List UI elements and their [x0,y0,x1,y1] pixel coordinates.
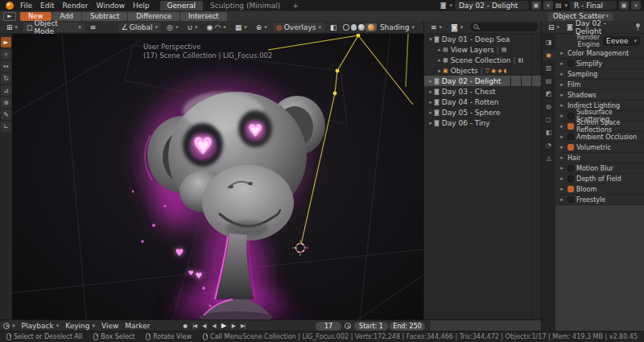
section-screen-space-reflections[interactable]: ▸Screen Space Reflections [555,122,644,132]
segment-intersect[interactable]: Intersect [180,12,227,21]
disclosure-icon[interactable]: ▸ [559,92,565,98]
shading-rendered-button[interactable] [365,23,377,31]
disclosure-icon[interactable]: ▸ [559,60,565,67]
checkbox-ambient-occlusion[interactable] [568,134,574,140]
timeline-menu-keying[interactable]: Keying▾ [65,322,95,330]
checkbox-depth-of-field[interactable] [568,175,574,182]
outliner-row-day-05-sphere[interactable]: ▸◙Day 05 - Sphere [424,107,541,117]
viewport-canvas[interactable]: ♥ ♥ ♥ ♥ ♥ ♥ [12,34,423,319]
mode-dropdown[interactable]: ◻ Object Mode ▾ [23,23,85,32]
measure-tool[interactable]: ∟ [1,122,11,132]
disclosure-icon[interactable]: ▸ [559,134,565,140]
view-layer-tab[interactable]: ▤ [543,76,555,86]
segment-difference[interactable]: Difference [128,12,180,21]
disclosure-icon[interactable]: ▸ [559,165,565,171]
output-tab[interactable]: ▥ [543,63,555,73]
disclosure-icon[interactable]: ▸ [559,144,565,150]
frame-end-field[interactable]: End: 250 [390,322,425,331]
disclosure-icon[interactable]: ▾ [427,36,434,43]
view-layer-name-field[interactable]: R - Final [570,1,617,10]
section-freestyle[interactable]: ▸Freestyle [555,195,644,205]
disclosure-icon[interactable]: ▸ [427,120,434,126]
checkbox-freestyle[interactable] [568,196,574,203]
gizmos-dropdown[interactable]: ⊕ ▾ [253,23,270,32]
disclosure-icon[interactable]: ▸ [436,57,443,64]
orientation-dropdown[interactable]: ∠ Global ▾ [118,23,161,32]
xray-toggle[interactable]: ◧ [327,23,341,32]
checkbox-screen-space-reflections[interactable] [568,123,574,130]
timeline-menu-playback[interactable]: Playback▾ [22,322,60,330]
disclosure-icon[interactable]: ▸ [559,113,565,119]
transform-tool[interactable]: ⊕ [1,97,11,108]
modifiers-tab[interactable]: ◧ [543,127,555,138]
render-engine-dropdown[interactable]: Eevee ▾ [603,36,640,46]
editor-type-button[interactable]: ⊞ ▾ [3,23,21,32]
outliner-row-day-01-deep-sea[interactable]: ▾◙Day 01 - Deep Sea [424,34,541,44]
workspace-tab-sculpting-minimal[interactable]: Sculpting (Minimal) [203,1,287,10]
disclosure-icon[interactable]: ▸ [427,109,434,116]
section-hair[interactable]: ▸Hair [555,153,644,163]
select-box-tool[interactable]: ► [1,37,11,47]
cursor-tool[interactable]: ⊹ [1,49,11,60]
scale-tool[interactable]: ⊿ [1,85,11,96]
disclosure-icon[interactable]: ▸ [559,123,565,130]
rotate-tool[interactable]: ↻ [1,73,11,84]
scene-icon[interactable]: ◙ [440,2,447,9]
proportional-edit-dropdown[interactable]: ◉ ◠ ▾ [204,23,229,32]
section-color-management[interactable]: ▸Color Management [555,48,644,59]
record-button[interactable]: ● [180,321,189,330]
outliner-filter-button[interactable]: ≡ ▾ [427,23,445,32]
outliner-row-day-06-tiny[interactable]: ▸◙Day 06 - Tiny [424,117,541,128]
disclosure-icon[interactable]: ▸ [427,89,434,95]
outliner-row-view-layers[interactable]: ▸▤View Layers|▤ [424,44,541,55]
disclosure-icon[interactable]: ▸ [559,50,565,56]
next-keyframe-button[interactable]: |▶ [229,321,237,330]
overlays-toggle[interactable]: ◍ Overlays ▾ [273,23,324,32]
section-simplify[interactable]: ▸Simplify [555,59,644,69]
section-bloom[interactable]: ▸Bloom [555,184,644,195]
section-film[interactable]: ▸Film [555,80,644,90]
snap-dropdown[interactable]: ∪ ▾ [184,23,200,32]
menu-file[interactable]: File [16,2,36,10]
new-scene-button[interactable]: ▣ [531,1,541,10]
active-tool-icon[interactable]: ► [3,12,16,21]
view-layer-icon[interactable]: ▤ [555,2,562,9]
menu-help[interactable]: Help [129,2,154,10]
disclosure-icon[interactable]: ▸ [559,196,565,203]
use-preview-range-toggle[interactable] [345,323,351,329]
outliner-search-input[interactable] [470,23,538,31]
outliner-row-objects[interactable]: ▸▣Objects|▽◉◈◖ [424,65,541,76]
section-ambient-occlusion[interactable]: ▸Ambient Occlusion [555,132,644,142]
world-tab[interactable]: ◍ [543,101,555,112]
checkbox-subsurface-scattering[interactable] [568,113,574,119]
visibility-dropdown[interactable]: ▦ ▾ [232,23,250,32]
annotate-tool[interactable]: ✎ [1,109,11,120]
play-button[interactable]: ▶ [219,321,228,330]
new-view-layer-button[interactable]: ▣ [619,1,629,10]
checkbox-bloom[interactable] [568,186,574,192]
timeline-menu-marker[interactable]: Marker [125,322,150,330]
disclosure-icon[interactable]: ▸ [559,102,565,109]
scene-tab[interactable]: ◩ [543,89,555,99]
disclosure-icon[interactable]: ▸ [436,47,443,53]
disclosure-icon[interactable]: ▸ [559,186,565,192]
disclosure-icon[interactable]: ▸ [427,99,434,105]
section-depth-of-field[interactable]: ▸Depth of Field [555,174,644,184]
menu-window[interactable]: Window [93,2,130,10]
outliner-row-day-03-chest[interactable]: ▸◙Day 03 - Chest [424,86,541,97]
object-tab[interactable]: ◻ [543,114,555,125]
jump-start-button[interactable]: |◀ [190,321,199,330]
disclosure-icon[interactable]: ▸ [559,175,565,182]
shading-dropdown[interactable]: Shading ▾ [377,23,418,32]
disclosure-icon[interactable]: ▸ [559,71,565,77]
timeline-editor-type-button[interactable]: ▾ [3,323,15,329]
disclosure-icon[interactable]: ▸ [427,78,434,84]
jump-end-button[interactable]: ▶| [238,321,247,330]
scene-name-field[interactable]: Day 02 - Delight [455,1,529,10]
checkbox-simplify[interactable] [568,60,574,67]
menu-edit[interactable]: Edit [36,2,58,10]
play-reverse-button[interactable]: ◀ [209,321,218,330]
disclosure-icon[interactable]: ▸ [559,81,565,88]
outliner-row-day-02-delight[interactable]: ▸◙Day 02 - Delight [424,76,541,86]
outliner-row-day-04-rotten[interactable]: ▸◙Day 04 - Rotten [424,97,541,107]
